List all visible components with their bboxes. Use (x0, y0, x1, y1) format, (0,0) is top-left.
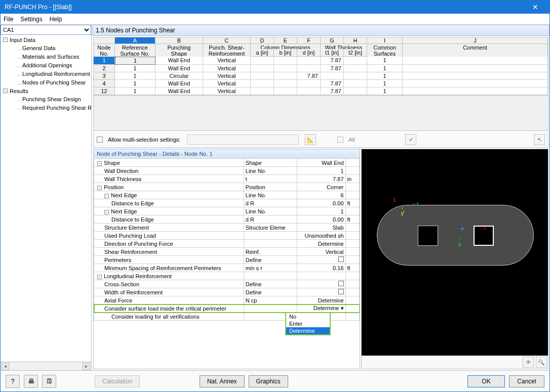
menu-file[interactable]: File (4, 16, 13, 23)
sidebar: CA1 −Input Data General Data Materials a… (1, 25, 92, 370)
print-button[interactable]: 🖶 (24, 375, 38, 388)
tree-nodes[interactable]: Nodes of Punching Shear (3, 78, 91, 87)
nav-tree: −Input Data General Data Materials and S… (1, 35, 91, 362)
property-row[interactable]: −ShapeShapeWall End (94, 159, 360, 167)
slab-shape: ● →x ↓y (377, 205, 534, 266)
node-label-1: 1 (393, 197, 396, 203)
property-row[interactable]: Cross-SectionDefine (94, 280, 360, 288)
dropdown-opt-determine[interactable]: Determine (286, 327, 330, 334)
nat-annex-button[interactable]: Nat. Annex (200, 375, 245, 387)
local-x-arrow-icon: →x (411, 201, 419, 206)
col-j[interactable]: J (403, 37, 548, 44)
col-h[interactable]: H (344, 37, 367, 44)
hdr-t1: t1 [in] (321, 49, 344, 57)
hdr-a: a [in] (251, 49, 274, 57)
case-select[interactable]: CA1 (1, 25, 91, 35)
zoom-icon[interactable]: 🔍 (536, 357, 547, 368)
ok-button[interactable]: OK (467, 375, 505, 387)
determine-dropdown[interactable]: No Enter Determine (285, 312, 331, 335)
axis-x-icon: →x (479, 226, 486, 231)
axis-y-icon: ↓y (458, 236, 461, 247)
hdr-t2: t2 [in] (344, 49, 367, 57)
tree-materials[interactable]: Materials and Surfaces (3, 53, 91, 61)
property-row[interactable]: −PositionPositionCorner (94, 183, 360, 191)
property-row[interactable]: Wall DirectionLine No.1 (94, 167, 360, 175)
tree-required[interactable]: Required Punching Shear Reinf (3, 104, 91, 112)
col-f[interactable]: F (297, 37, 321, 44)
property-row[interactable]: −Longitudinal Reinforcement (94, 272, 360, 280)
hdr-d: d [in] (297, 49, 321, 57)
table-row[interactable]: 121Wall EndVertical7.871 (94, 88, 548, 95)
eye-icon[interactable]: 👁 (523, 357, 534, 368)
export-button[interactable]: 🖺 (42, 375, 56, 388)
property-row[interactable]: Used Punching LoadUnsmoothed sh (94, 232, 360, 240)
menu-help[interactable]: Help (50, 16, 62, 23)
calculation-button[interactable]: Calculation (95, 375, 140, 387)
axis-z-icon: ● (461, 226, 464, 231)
hdr-common: Common Surfaces (367, 44, 403, 58)
hdr-reinf: Punch. Shear- Reinforcement (203, 44, 251, 58)
opening-1 (418, 226, 438, 246)
preview-canvas[interactable]: ● →x ↓y 1 ↓y' →x (362, 149, 548, 356)
property-row[interactable]: −Next EdgeLine No.1 (94, 207, 360, 215)
property-row[interactable]: Axial ForceN cpDetermine (94, 296, 360, 304)
hdr-ref: Reference Surface No. (115, 44, 155, 58)
scroll-right-icon[interactable]: ► (83, 363, 90, 370)
col-a[interactable]: A (115, 37, 155, 44)
details-title: Node of Punching Shear - Details - Node … (94, 149, 360, 158)
close-icon[interactable]: ✕ (525, 3, 545, 11)
property-row[interactable]: PerimetersDefine (94, 256, 360, 264)
menubar: File Settings Help (1, 14, 549, 25)
col-b[interactable]: B (155, 37, 203, 44)
all-label: All (348, 137, 355, 143)
property-row[interactable]: Structure ElementStructure ElemeSlab (94, 224, 360, 232)
hdr-shape: Punching Shape (155, 44, 203, 58)
property-row[interactable]: Distance to Edged R0.00ft (94, 199, 360, 207)
property-row[interactable]: Distance to Edged R0.00ft (94, 215, 360, 224)
table-row[interactable]: 11Wall EndVertical7.871 (94, 57, 548, 65)
property-row[interactable]: Minimum Spacing of Reinforcement Perimet… (94, 264, 360, 272)
tree-long-reinf[interactable]: Longitudinal Reinforcement (3, 70, 91, 78)
table-row[interactable]: 21Wall EndVertical7.871 (94, 65, 548, 72)
property-row[interactable]: Consider surface load inside the critica… (94, 304, 360, 313)
all-checkbox[interactable] (337, 137, 343, 143)
select-tool-button[interactable]: ↖ (534, 134, 545, 145)
table-row[interactable]: 31CircularVertical7.871 (94, 72, 548, 80)
pick-button[interactable]: 📐 (305, 134, 316, 145)
col-i[interactable]: I (367, 37, 403, 44)
property-row[interactable]: −Next EdgeLine No.6 (94, 191, 360, 199)
apply-button[interactable]: ✔ (405, 134, 416, 145)
allow-multi-checkbox[interactable] (97, 137, 103, 143)
hdr-b: b [in] (274, 49, 297, 57)
local-y-arrow-icon: ↓y' (401, 205, 405, 216)
window-title: RF-PUNCH Pro - [[Slab]] (5, 4, 72, 11)
cancel-button[interactable]: Cancel (509, 375, 544, 387)
tree-input-data[interactable]: −Input Data (3, 36, 91, 44)
table-row[interactable]: 41Wall EndVertical7.871 (94, 80, 548, 88)
tree-design[interactable]: Punching Shear Design (3, 95, 91, 104)
scroll-left-icon[interactable]: ◄ (2, 363, 9, 370)
sidebar-hscroll[interactable]: ◄ ► (1, 362, 91, 370)
data-grid[interactable]: A B C D E F G H I J Node No. Reference S… (93, 37, 548, 131)
graphics-button[interactable]: Graphics (249, 375, 288, 387)
help-button[interactable]: ? (6, 375, 20, 388)
property-row[interactable]: Wall Thicknesst7.87in (94, 175, 360, 183)
grid-toolbar: Allow multi-selection settings: 📐 All ✔ … (93, 132, 548, 148)
titlebar: RF-PUNCH Pro - [[Slab]] ✕ (1, 1, 549, 14)
menu-settings[interactable]: Settings (20, 16, 42, 23)
tree-general-data[interactable]: General Data (3, 44, 91, 53)
allow-multi-label: Allow multi-selection settings: (108, 137, 181, 143)
property-row[interactable]: Shear ReinforcementReinf.Vertical (94, 248, 360, 256)
panel-title: 1.5 Nodes of Punching Shear (92, 25, 549, 36)
col-e[interactable]: E (274, 37, 297, 44)
tree-results[interactable]: −Results (3, 87, 91, 95)
tree-openings[interactable]: Additional Openings (3, 61, 91, 70)
col-d[interactable]: D (251, 37, 274, 44)
property-row[interactable]: Width of ReinforcementDefine (94, 288, 360, 296)
col-c[interactable]: C (203, 37, 251, 44)
col-g[interactable]: G (321, 37, 344, 44)
dropdown-opt-no[interactable]: No (286, 313, 330, 320)
preview-panel: ● →x ↓y 1 ↓y' →x 👁 🔍 (361, 149, 548, 369)
property-row[interactable]: Direction of Punching ForceDetermine (94, 240, 360, 248)
dropdown-opt-enter[interactable]: Enter (286, 320, 330, 327)
